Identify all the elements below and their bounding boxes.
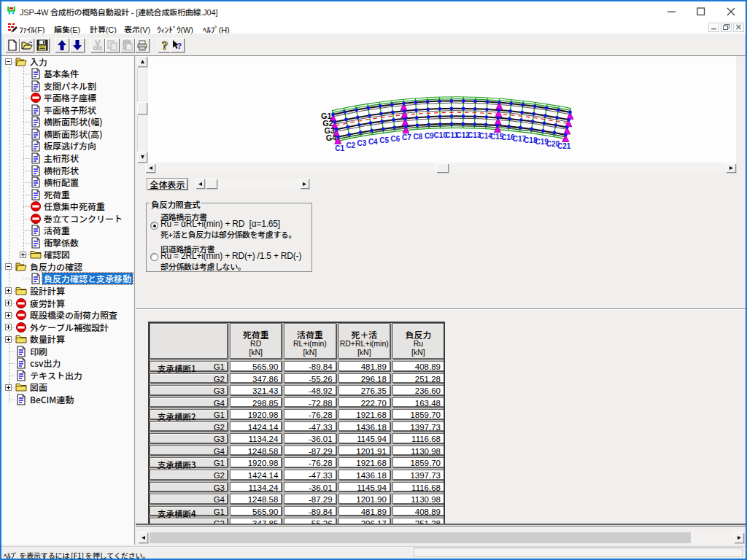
svg-text:C6: C6 bbox=[391, 135, 400, 143]
svg-text:C8: C8 bbox=[413, 133, 422, 141]
svg-text:?: ? bbox=[162, 39, 169, 51]
svg-text:C7: C7 bbox=[402, 133, 411, 141]
svg-text:?: ? bbox=[177, 41, 182, 51]
svg-text:C21: C21 bbox=[557, 142, 571, 150]
svg-text:G4: G4 bbox=[326, 133, 338, 142]
svg-text:C4: C4 bbox=[368, 138, 378, 146]
svg-text:C1: C1 bbox=[335, 144, 344, 152]
svg-text:C9: C9 bbox=[425, 132, 434, 140]
svg-text:C5: C5 bbox=[379, 136, 389, 144]
svg-text:C2: C2 bbox=[346, 141, 355, 149]
svg-text:C3: C3 bbox=[357, 139, 367, 147]
